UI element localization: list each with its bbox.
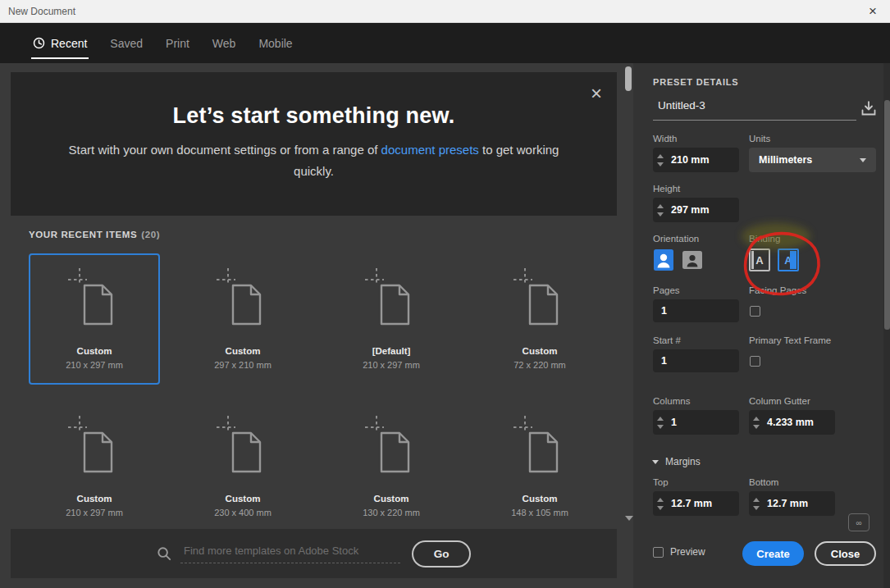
width-stepper-arrows[interactable] — [653, 148, 667, 172]
tab-saved[interactable]: Saved — [110, 23, 143, 63]
scrollbar-thumb[interactable] — [625, 66, 632, 91]
start-number-label: Start # — [653, 335, 681, 345]
tab-label: Saved — [110, 37, 143, 50]
recent-item[interactable]: [Default] 210 x 297 mm — [326, 253, 457, 385]
recent-item-name: [Default] — [372, 346, 411, 356]
start-number-input[interactable]: 1 — [653, 349, 739, 372]
recent-item[interactable]: Custom 148 x 105 mm — [474, 401, 605, 532]
tab-web[interactable]: Web — [212, 23, 236, 63]
width-value: 210 mm — [671, 154, 710, 166]
margin-bottom-stepper-arrows[interactable] — [749, 491, 763, 516]
close-button[interactable]: Close — [815, 541, 876, 566]
facing-pages-checkbox[interactable] — [750, 306, 760, 317]
landscape-icon — [689, 255, 695, 261]
stepper-down-icon[interactable] — [657, 162, 664, 166]
recent-item-dims: 210 x 297 mm — [66, 360, 123, 370]
units-dropdown[interactable]: Millimeters — [749, 148, 876, 172]
units-label: Units — [749, 134, 770, 144]
recent-item-name: Custom — [523, 494, 558, 504]
recent-item[interactable]: Custom 297 x 210 mm — [177, 253, 308, 385]
orientation-landscape-button[interactable] — [682, 248, 703, 271]
tab-mobile[interactable]: Mobile — [258, 23, 292, 63]
column-gutter-stepper-arrows[interactable] — [749, 410, 763, 435]
pages-input[interactable]: 1 — [653, 299, 739, 322]
recent-item-dims: 72 x 220 mm — [513, 360, 566, 370]
orientation-portrait-button[interactable] — [653, 248, 674, 271]
document-name-input[interactable]: Untitled-3 — [653, 99, 856, 121]
document-icon — [68, 268, 121, 337]
stepper-up-icon[interactable] — [657, 154, 664, 158]
columns-stepper[interactable]: 1 — [653, 410, 739, 435]
orientation-label: Orientation — [653, 234, 699, 244]
orientation-options — [653, 248, 703, 271]
height-label: Height — [653, 184, 680, 194]
tab-label: Recent — [51, 37, 87, 50]
document-icon — [217, 268, 269, 337]
preview-toggle[interactable]: Preview — [653, 546, 705, 558]
recent-item-dims: 230 x 400 mm — [214, 508, 272, 517]
scrollbar-thumb[interactable] — [884, 100, 890, 330]
columns-label: Columns — [653, 396, 690, 406]
recent-item-dims: 130 x 220 mm — [363, 508, 420, 517]
preview-checkbox[interactable] — [653, 547, 664, 558]
new-document-dialog: { "window": { "title": "New Document", "… — [0, 0, 890, 588]
stepper-up-icon[interactable] — [753, 498, 760, 502]
margin-top-stepper-arrows[interactable] — [653, 491, 667, 516]
stepper-down-icon[interactable] — [753, 425, 760, 429]
recent-item[interactable]: Custom 210 x 297 mm — [29, 401, 160, 532]
panel-scrollbar[interactable] — [883, 63, 890, 588]
primary-text-frame-checkbox[interactable] — [750, 356, 760, 367]
width-stepper[interactable]: 210 mm — [653, 148, 739, 172]
column-gutter-stepper[interactable]: 4.233 mm — [749, 410, 835, 435]
recent-panel: × Let’s start something new. Start with … — [0, 63, 633, 588]
recent-items-heading-text: YOUR RECENT ITEMS — [29, 230, 137, 239]
recent-items-row-2: Custom 210 x 297 mm Custom 230 x 400 mm … — [29, 401, 605, 532]
margin-top-label: Top — [653, 477, 669, 487]
search-icon — [157, 546, 172, 562]
stepper-up-icon[interactable] — [657, 498, 664, 502]
tab-print[interactable]: Print — [166, 23, 189, 63]
binding-left-button[interactable]: A — [749, 248, 770, 271]
recent-item-dims: 148 x 105 mm — [511, 508, 568, 517]
scrollbar-down-arrow-icon[interactable] — [625, 516, 633, 521]
binding-label: Binding — [749, 234, 780, 244]
recent-item[interactable]: Custom 130 x 220 mm — [326, 401, 457, 532]
binding-right-button[interactable]: A — [778, 248, 799, 271]
document-icon — [365, 268, 418, 337]
stepper-up-icon[interactable] — [657, 417, 664, 421]
hero-close-button[interactable]: × — [587, 80, 605, 107]
recent-item-name: Custom — [77, 346, 112, 356]
go-button[interactable]: Go — [412, 540, 471, 567]
height-value: 297 mm — [671, 204, 710, 216]
stepper-down-icon[interactable] — [753, 506, 760, 510]
document-presets-link[interactable]: document presets — [381, 143, 479, 157]
recent-item[interactable]: Custom 230 x 400 mm — [177, 401, 308, 532]
margin-bottom-stepper[interactable]: 12.7 mm — [749, 491, 835, 516]
stepper-down-icon[interactable] — [657, 425, 664, 429]
tab-recent[interactable]: Recent — [33, 23, 87, 63]
save-preset-icon[interactable] — [860, 99, 878, 117]
clock-icon — [33, 37, 45, 49]
recent-item-name: Custom — [374, 494, 409, 504]
recent-scrollbar[interactable] — [625, 65, 632, 527]
stepper-up-icon[interactable] — [753, 417, 760, 421]
recent-items-row-1: Custom 210 x 297 mm Custom 297 x 210 mm … — [29, 253, 605, 385]
units-value: Millimeters — [759, 154, 812, 166]
stepper-down-icon[interactable] — [657, 212, 664, 217]
stepper-down-icon[interactable] — [657, 506, 664, 510]
search-input[interactable] — [180, 545, 400, 563]
create-button[interactable]: Create — [742, 541, 804, 566]
stepper-up-icon[interactable] — [657, 204, 664, 208]
recent-item[interactable]: Custom 72 x 220 mm — [474, 253, 605, 385]
margins-section-header[interactable]: Margins — [652, 456, 701, 467]
height-stepper-arrows[interactable] — [653, 198, 667, 222]
window-close-button[interactable]: × — [860, 0, 885, 22]
columns-stepper-arrows[interactable] — [653, 410, 667, 435]
recent-item-name: Custom — [77, 494, 112, 504]
margin-top-stepper[interactable]: 12.7 mm — [653, 491, 739, 516]
pages-label: Pages — [653, 285, 680, 295]
margins-link-icon[interactable]: ∞ — [848, 513, 869, 531]
recent-items-heading: YOUR RECENT ITEMS(20) — [29, 230, 160, 239]
recent-item[interactable]: Custom 210 x 297 mm — [29, 253, 160, 385]
height-stepper[interactable]: 297 mm — [653, 198, 739, 222]
